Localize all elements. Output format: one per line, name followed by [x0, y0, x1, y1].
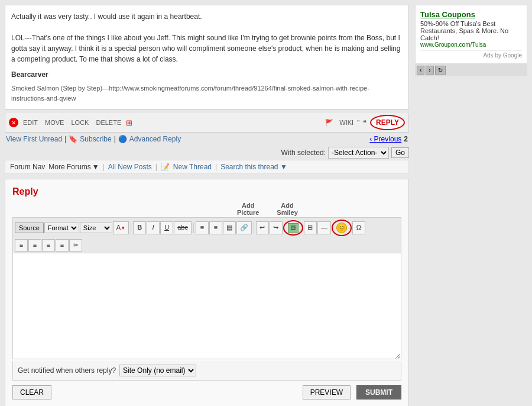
delete-icon: ⊞	[126, 118, 132, 127]
align-right-button[interactable]: ≡	[42, 239, 55, 252]
hr-button[interactable]: —	[317, 221, 331, 234]
size-select[interactable]: Size	[80, 223, 112, 233]
post-toolbar-left: ✕ EDIT MOVE LOCK DELETE ⊞	[9, 118, 132, 127]
align-justify-button[interactable]: ≡	[56, 239, 69, 252]
undo-button[interactable]: ↩	[256, 221, 269, 234]
separator3	[254, 223, 254, 233]
sidebar-nav: ‹ › ↻	[415, 64, 527, 76]
separator2	[193, 223, 194, 233]
go-button[interactable]: Go	[391, 147, 409, 158]
forum-nav: Forum Nav More Forums ▼ | All New Posts …	[5, 160, 409, 174]
lock-button[interactable]: LOCK	[69, 118, 91, 127]
forum-nav-label: Forum Nav	[10, 163, 45, 171]
font-color-button[interactable]: A▼	[113, 221, 129, 234]
smiley-icon: 😊	[336, 223, 347, 233]
editor-actions: CLEAR PREVIEW SUBMIT	[12, 381, 401, 399]
ad-desc: 50%-90% Off Tulsa's Best Restaurants, Sp…	[420, 20, 522, 41]
preview-button[interactable]: PREVIEW	[303, 385, 351, 399]
bold-button[interactable]: B	[133, 221, 146, 234]
subscribe-link[interactable]: Subscribe	[80, 135, 111, 143]
unordered-list-button[interactable]: ≡	[209, 221, 222, 234]
advanced-reply-icon: 🔵	[118, 135, 127, 143]
post-text-1: Actually it was very tasty.. I would use…	[11, 11, 403, 22]
post-box: Actually it was very tasty.. I would use…	[5, 5, 409, 109]
edit-button[interactable]: EDIT	[21, 118, 40, 127]
move-button[interactable]: MOVE	[43, 118, 66, 127]
view-first-unread-link[interactable]: View First Unread	[6, 135, 62, 143]
with-selected-bar: With selected: -Select Action- Go	[5, 146, 409, 160]
flag-icon[interactable]: 🚩	[323, 118, 336, 127]
editor-footer: Get notified when others reply? Site Onl…	[12, 361, 401, 381]
ad-footer: Ads by Google	[420, 50, 522, 59]
add-smiley-label: AddSmiley	[277, 202, 297, 216]
sidebar-ad: Tulsa Coupons 50%-90% Off Tulsa's Best R…	[415, 5, 527, 64]
more-forums-label: More Forums	[48, 163, 90, 171]
ad-link[interactable]: www.Groupon.com/Tulsa	[420, 41, 522, 48]
post-toolbar-right: 🚩 WIKI " ❝ REPLY	[323, 115, 405, 130]
all-new-posts-link[interactable]: All New Posts	[108, 163, 152, 171]
editor-labels: AddPicture AddSmiley	[12, 202, 401, 216]
table-button[interactable]: ⊞	[304, 221, 317, 234]
submit-button[interactable]: SUBMIT	[356, 385, 401, 399]
advanced-reply-link[interactable]: Advanced Reply	[129, 135, 181, 143]
add-smiley-highlight: 😊	[332, 220, 352, 236]
notify-label: Get notified when others reply?	[18, 366, 116, 375]
chevron-down-icon: ▼	[92, 163, 99, 171]
no-icon[interactable]: ✕	[9, 118, 18, 127]
search-thread-chevron: ▼	[280, 163, 287, 171]
editor-wrapper: ⊿	[12, 253, 401, 361]
special-format-button[interactable]: ✂	[69, 239, 82, 252]
multiquote-button[interactable]: ❝	[363, 119, 366, 127]
previous-page-link[interactable]: ‹ Previous	[369, 135, 401, 143]
subscribe-icon: 🔖	[69, 135, 77, 143]
separator	[131, 223, 131, 233]
page-number: 2	[404, 135, 408, 143]
nav-forward-button[interactable]: ›	[426, 66, 433, 75]
reply-button[interactable]: REPLY	[370, 115, 405, 130]
actions-bar: View First Unread | 🔖 Subscribe | 🔵 Adva…	[5, 133, 409, 146]
post-text-2: LOL---That's one of the things I like ab…	[11, 33, 403, 65]
reply-section: Reply AddPicture AddSmiley Source Format…	[5, 179, 409, 406]
special-char-button[interactable]: Ω	[352, 221, 365, 234]
new-thread-icon: 📝	[161, 163, 170, 171]
add-picture-button[interactable]: 🖼	[285, 222, 301, 234]
actions-right: ‹ Previous 2	[369, 135, 408, 143]
editor-toolbar-row1: Source Format Size A▼ B I U abc ≡ ≡ ▤ 🔗	[12, 217, 401, 238]
select-action-dropdown[interactable]: -Select Action-	[328, 147, 389, 159]
add-picture-highlight: 🖼	[283, 220, 303, 236]
format-select[interactable]: Format	[44, 223, 79, 233]
more-forums-dropdown[interactable]: More Forums ▼	[48, 163, 99, 171]
align-center-button[interactable]: ≡	[28, 239, 41, 252]
wiki-button[interactable]: WIKI	[339, 119, 353, 126]
add-smiley-button[interactable]: 😊	[333, 221, 350, 234]
underline-button[interactable]: U	[160, 221, 173, 234]
nav-back-button[interactable]: ‹	[417, 66, 424, 75]
post-link: Smoked Salmon (Step by Step)—http://www.…	[11, 83, 403, 103]
post-author: Bearcarver	[11, 69, 403, 80]
ad-title[interactable]: Tulsa Coupons	[420, 10, 522, 19]
ordered-list-button[interactable]: ≡	[196, 221, 209, 234]
sidebar: Tulsa Coupons 50%-90% Off Tulsa's Best R…	[415, 5, 527, 406]
search-thread-link[interactable]: Search this thread ▼	[220, 163, 287, 171]
clear-button[interactable]: CLEAR	[12, 385, 51, 399]
picture-icon: 🖼	[288, 223, 299, 233]
delete-button[interactable]: DELETE	[93, 118, 124, 127]
editor-toolbar-row2: ≡ ≡ ≡ ≡ ✂	[12, 238, 401, 253]
new-thread-link[interactable]: New Thread	[173, 163, 212, 171]
source-button[interactable]: Source	[15, 223, 44, 233]
align-left-button[interactable]: ≡	[15, 239, 28, 252]
outdent-button[interactable]: 🔗	[236, 221, 252, 234]
nav-refresh-button[interactable]: ↻	[435, 66, 446, 75]
reply-textarea[interactable]	[12, 253, 401, 359]
quote-button[interactable]: "	[357, 119, 359, 126]
indent-button[interactable]: ▤	[223, 221, 236, 234]
redo-button[interactable]: ↪	[270, 221, 283, 234]
post-toolbar: ✕ EDIT MOVE LOCK DELETE ⊞ 🚩 WIKI " ❝ REP…	[5, 113, 409, 133]
add-picture-label: AddPicture	[237, 202, 259, 216]
with-selected-label: With selected:	[281, 149, 326, 157]
actions-left: View First Unread | 🔖 Subscribe | 🔵 Adva…	[6, 135, 181, 143]
strikethrough-button[interactable]: abc	[174, 221, 192, 234]
italic-button[interactable]: I	[147, 221, 160, 234]
notify-select[interactable]: Site Only (no email)	[119, 365, 196, 376]
resize-handle[interactable]: ⊿	[394, 354, 401, 361]
